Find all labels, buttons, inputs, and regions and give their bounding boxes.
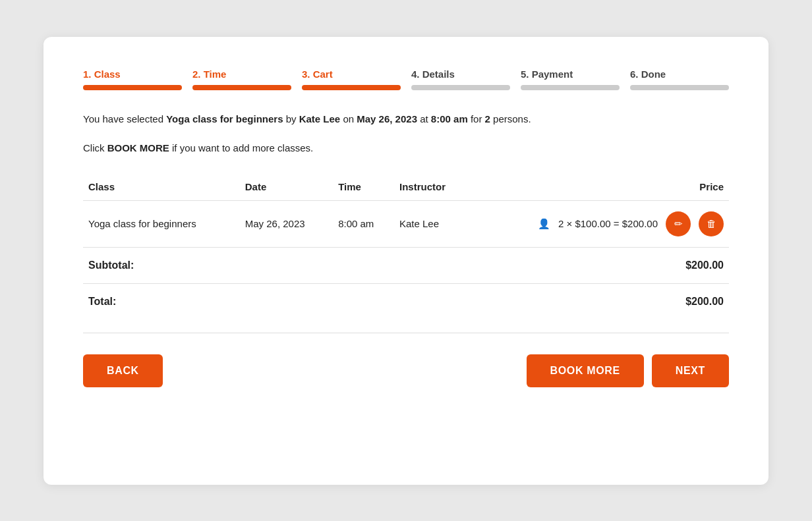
person-icon: 👤 <box>538 218 550 230</box>
step-time-bar <box>192 85 291 90</box>
hint-suffix: if you want to add more classes. <box>169 142 313 153</box>
total-label: Total: <box>83 283 469 319</box>
step-done-bar <box>630 85 729 90</box>
col-header-date: Date <box>240 175 333 201</box>
step-class-label: 1. Class <box>83 69 182 80</box>
step-details: 4. Details <box>411 69 521 90</box>
step-payment-label: 5. Payment <box>521 69 620 80</box>
step-done: 6. Done <box>630 69 729 90</box>
step-time: 2. Time <box>192 69 302 90</box>
booking-card: 1. Class 2. Time 3. Cart 4. Details 5. P… <box>44 37 768 485</box>
trash-icon: 🗑 <box>707 218 716 229</box>
col-header-instructor: Instructor <box>394 175 469 201</box>
delete-button[interactable]: 🗑 <box>699 211 724 236</box>
total-value: $200.00 <box>469 283 729 319</box>
info-by: by <box>283 113 299 124</box>
step-cart: 3. Cart <box>302 69 411 90</box>
step-payment: 5. Payment <box>521 69 630 90</box>
info-for: for <box>468 113 485 124</box>
table-row: Yoga class for beginners May 26, 2023 8:… <box>83 200 729 247</box>
info-on: on <box>340 113 357 124</box>
next-button[interactable]: NEXT <box>652 354 729 387</box>
edit-icon: ✏ <box>674 218 683 230</box>
step-time-label: 2. Time <box>192 69 291 80</box>
total-row: Total: $200.00 <box>83 283 729 319</box>
row-class: Yoga class for beginners <box>83 200 240 247</box>
booking-table: Class Date Time Instructor Price Yoga cl… <box>83 175 729 319</box>
info-persons: 2 <box>485 113 490 124</box>
book-more-hint: Click BOOK MORE if you want to add more … <box>83 140 729 156</box>
step-details-bar <box>411 85 510 90</box>
right-buttons: BOOK MORE NEXT <box>527 354 729 387</box>
step-cart-label: 3. Cart <box>302 69 401 80</box>
left-buttons: BACK <box>83 354 163 387</box>
edit-button[interactable]: ✏ <box>666 211 691 236</box>
info-persons-label: persons. <box>490 113 531 124</box>
subtotal-row: Subtotal: $200.00 <box>83 247 729 283</box>
row-date: May 26, 2023 <box>240 200 333 247</box>
step-payment-bar <box>521 85 620 90</box>
footer-buttons: BACK BOOK MORE NEXT <box>83 354 729 387</box>
step-cart-bar <box>302 85 401 90</box>
book-more-button[interactable]: BOOK MORE <box>527 354 644 387</box>
row-price: 👤 2 × $100.00 = $200.00 ✏ 🗑 <box>469 200 729 247</box>
step-class: 1. Class <box>83 69 192 90</box>
info-prefix: You have selected <box>83 113 166 124</box>
row-time: 8:00 am <box>333 200 394 247</box>
price-formula: 2 × $100.00 = $200.00 <box>558 218 658 229</box>
back-button[interactable]: BACK <box>83 354 163 387</box>
step-done-label: 6. Done <box>630 69 729 80</box>
subtotal-value: $200.00 <box>469 247 729 283</box>
info-at: at <box>417 113 431 124</box>
step-class-bar <box>83 85 182 90</box>
col-header-class: Class <box>83 175 240 201</box>
hint-prefix: Click <box>83 142 107 153</box>
row-instructor: Kate Lee <box>394 200 469 247</box>
hint-book-more: BOOK MORE <box>107 142 169 153</box>
info-date: May 26, 2023 <box>357 113 417 124</box>
info-time: 8:00 am <box>431 113 468 124</box>
col-header-time: Time <box>333 175 394 201</box>
info-instructor: Kate Lee <box>299 113 341 124</box>
col-header-price: Price <box>469 175 729 201</box>
selection-info: You have selected Yoga class for beginne… <box>83 111 729 127</box>
step-details-label: 4. Details <box>411 69 510 80</box>
steps-container: 1. Class 2. Time 3. Cart 4. Details 5. P… <box>83 69 729 90</box>
table-header-row: Class Date Time Instructor Price <box>83 175 729 201</box>
info-class-name: Yoga class for beginners <box>166 113 283 124</box>
subtotal-label: Subtotal: <box>83 247 469 283</box>
divider <box>83 333 729 333</box>
